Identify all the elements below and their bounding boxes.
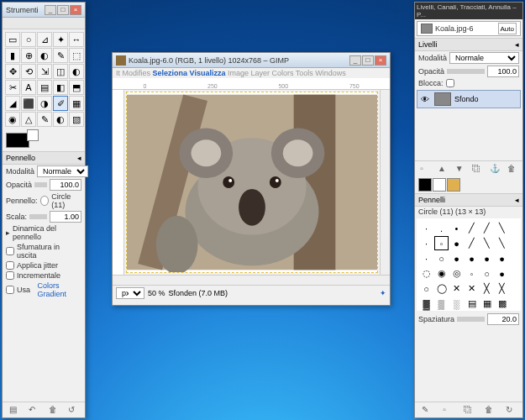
tool-8[interactable]: ✎ [53,48,68,63]
tool-28[interactable]: ◐ [53,112,68,127]
tool-9[interactable]: ⬚ [69,48,84,63]
zoom-percent[interactable]: 50 % [148,289,165,297]
tool-10[interactable]: ✥ [5,64,20,79]
new-brush-icon[interactable]: ▫ [443,405,453,415]
lock-pixels-checkbox[interactable] [446,79,454,87]
tool-26[interactable]: △ [21,112,36,127]
tool-11[interactable]: ⟲ [21,64,36,79]
toolbox-titlebar[interactable]: Strumenti _ □ × [3,3,85,18]
brush-preview-icon[interactable] [40,196,50,206]
brush-preset[interactable]: ◦ [465,266,479,281]
brush-preset[interactable]: ◎ [449,266,464,281]
menu-file[interactable]: It Modifies [116,69,150,77]
tool-20[interactable]: ◢ [5,96,20,111]
duplicate-layer-icon[interactable]: ⿻ [472,164,482,174]
brush-preset[interactable]: ╲ [480,236,494,250]
spacing-input[interactable] [487,313,519,325]
delete-brush-icon[interactable]: 🗑 [485,405,495,415]
mode-select[interactable]: Normale [37,165,88,177]
brush-preset[interactable]: . [434,221,449,235]
scrollbar-horizontal[interactable] [113,275,390,285]
right-panel-tabs[interactable]: Livelli, Canali, Tracciati, Annulla – P.… [415,3,522,19]
image-titlebar[interactable]: Koala.jpg-6.0 (RGB, 1 livello) 1024x768 … [113,53,390,68]
brush-preset[interactable]: ▒ [434,297,449,311]
maximize-button[interactable]: □ [57,5,69,15]
brush-preset[interactable]: ╱ [465,221,479,235]
tool-15[interactable]: ✂ [5,80,20,95]
visibility-eye-icon[interactable]: 👁 [421,95,431,104]
gradient-checkbox[interactable] [6,286,14,294]
unit-select[interactable]: px [116,287,144,299]
scale-slider[interactable] [29,214,47,219]
tool-4[interactable]: ↔ [69,32,84,47]
img-maximize-button[interactable]: □ [362,55,374,66]
color-swatch[interactable] [433,178,446,192]
brush-preset[interactable]: ◦ [434,236,449,250]
tool-1[interactable]: ○ [21,32,36,47]
image-canvas[interactable] [126,92,378,273]
fade-checkbox[interactable] [6,247,14,255]
tool-13[interactable]: ◫ [53,64,68,79]
brush-preset[interactable]: ● [480,251,494,265]
edit-brush-icon[interactable]: ✎ [422,405,432,415]
brush-preset[interactable]: ▤ [465,297,479,311]
tool-0[interactable]: ▭ [5,32,20,47]
brush-preset[interactable]: · [419,251,433,265]
tool-24[interactable]: ▦ [69,96,84,111]
layers-menu-icon[interactable]: ◂ [515,40,519,49]
layer-row[interactable]: 👁 Sfondo [417,90,521,108]
brush-preset[interactable]: ● [465,251,479,265]
save-preset-icon[interactable]: ▤ [9,405,19,415]
tool-19[interactable]: ⬒ [69,80,84,95]
auto-button[interactable]: Auto [498,23,517,34]
lower-layer-icon[interactable]: ▼ [455,164,465,174]
delete-layer-icon[interactable]: 🗑 [507,164,517,174]
layer-opacity-input[interactable] [487,66,519,77]
brush-preset[interactable]: ╳ [495,281,509,296]
brush-preset[interactable]: ╱ [480,221,494,235]
brush-preset[interactable]: ▓ [419,297,433,311]
brush-preset[interactable]: ╲ [495,221,509,235]
incremental-checkbox[interactable] [6,271,14,280]
restore-icon[interactable]: ↶ [29,405,39,415]
opacity-input[interactable] [50,179,81,191]
brush-preset[interactable]: ● [449,251,464,265]
brush-preset[interactable]: ○ [419,281,433,296]
brush-preset[interactable]: ● [495,251,509,265]
new-layer-icon[interactable]: ▫ [420,164,430,174]
color-swatch[interactable] [447,178,460,192]
background-color-swatch[interactable] [27,129,39,141]
brush-preset[interactable]: ◌ [419,266,433,281]
menu-select[interactable]: Seleziona [153,69,188,77]
panel-menu-icon[interactable]: ◂ [77,154,81,162]
tool-29[interactable]: ▧ [69,112,84,127]
layer-mode-select[interactable]: Normale [449,52,519,64]
brush-preset[interactable]: ╲ [495,236,509,250]
jitter-checkbox[interactable] [6,261,14,270]
brush-preset[interactable]: ░ [449,297,464,311]
tool-18[interactable]: ◧ [53,80,68,95]
spacing-slider[interactable] [457,317,485,322]
tool-27[interactable]: ✎ [37,112,52,127]
brush-preset[interactable]: · [419,221,433,235]
brush-preset[interactable]: ◯ [434,281,449,296]
tool-16[interactable]: A [21,80,36,95]
menu-view[interactable]: Visualizza [190,69,226,77]
expand-icon[interactable]: ▸ [6,228,10,237]
refresh-brushes-icon[interactable]: ↻ [506,405,516,415]
brush-preset[interactable]: ● [495,266,509,281]
layer-opacity-slider[interactable] [447,69,485,74]
brush-preset[interactable]: ○ [434,251,449,265]
tool-21[interactable]: ⬛ [21,96,36,111]
tool-12[interactable]: ⇲ [37,64,52,79]
navigate-icon[interactable]: ✦ [380,289,386,297]
brush-preset[interactable]: ✕ [449,281,464,296]
tool-23[interactable]: ✐ [53,96,68,111]
menu-rest[interactable]: Image Layer Colors Tools Windows [228,69,346,77]
brush-preset[interactable]: ◉ [434,266,449,281]
raise-layer-icon[interactable]: ▲ [438,164,448,174]
brush-preset[interactable]: ▩ [495,297,509,311]
tool-22[interactable]: ◑ [37,96,52,111]
opacity-slider[interactable] [34,182,47,187]
close-button[interactable]: × [70,5,81,15]
